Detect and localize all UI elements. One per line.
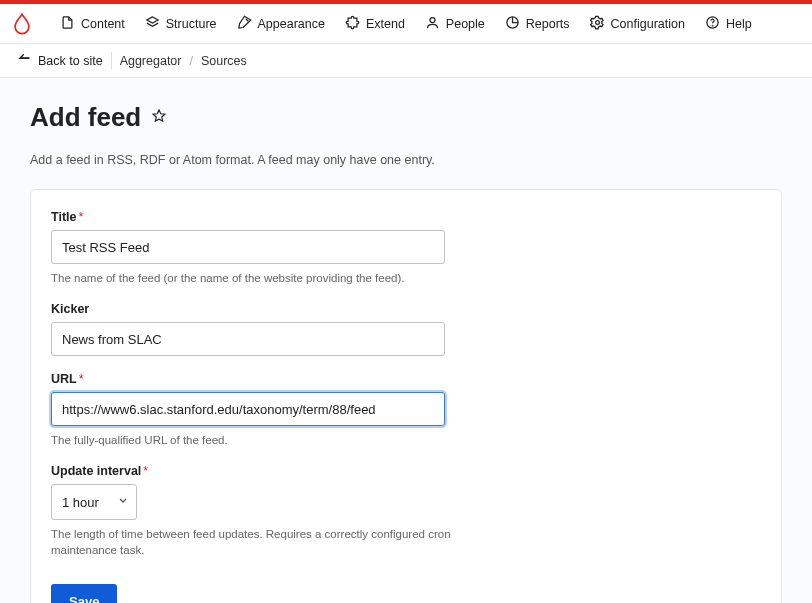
secondary-toolbar: Back to site Aggregator / Sources <box>0 44 812 78</box>
toolbar-label: Extend <box>366 17 405 31</box>
admin-toolbar: Content Structure Appearance Extend Peop… <box>0 4 812 44</box>
favorite-star-icon[interactable] <box>151 108 167 127</box>
breadcrumb-aggregator[interactable]: Aggregator <box>120 54 182 68</box>
url-help: The fully-qualified URL of the feed. <box>51 432 471 448</box>
back-label: Back to site <box>38 54 103 68</box>
drupal-logo-icon[interactable] <box>10 12 34 36</box>
save-button[interactable]: Save <box>51 584 117 603</box>
toolbar-label: Content <box>81 17 125 31</box>
pen-icon <box>237 15 252 33</box>
layers-icon <box>145 15 160 33</box>
interval-label: Update interval <box>51 464 761 478</box>
chart-icon <box>505 15 520 33</box>
user-icon <box>425 15 440 33</box>
page-content: Add feed Add a feed in RSS, RDF or Atom … <box>0 78 812 603</box>
interval-select[interactable]: 1 hour <box>51 484 137 520</box>
puzzle-icon <box>345 15 360 33</box>
url-label: URL <box>51 372 761 386</box>
svg-point-4 <box>712 25 713 26</box>
interval-help: The length of time between feed updates.… <box>51 526 471 558</box>
kicker-input[interactable] <box>51 322 445 356</box>
back-to-site-link[interactable]: Back to site <box>18 52 112 69</box>
page-description: Add a feed in RSS, RDF or Atom format. A… <box>30 153 782 167</box>
breadcrumb-sources[interactable]: Sources <box>201 54 247 68</box>
toolbar-item-appearance[interactable]: Appearance <box>227 4 335 44</box>
toolbar-item-people[interactable]: People <box>415 4 495 44</box>
url-input[interactable] <box>51 392 445 426</box>
toolbar-item-structure[interactable]: Structure <box>135 4 227 44</box>
toolbar-item-extend[interactable]: Extend <box>335 4 415 44</box>
toolbar-label: People <box>446 17 485 31</box>
title-input[interactable] <box>51 230 445 264</box>
toolbar-label: Configuration <box>611 17 685 31</box>
interval-value: 1 hour <box>62 495 99 510</box>
svg-point-0 <box>430 17 435 22</box>
file-icon <box>60 15 75 33</box>
gear-icon <box>590 15 605 33</box>
feed-form: Title The name of the feed (or the name … <box>30 189 782 603</box>
back-arrow-icon <box>18 52 32 69</box>
toolbar-label: Reports <box>526 17 570 31</box>
title-help: The name of the feed (or the name of the… <box>51 270 471 286</box>
toolbar-item-content[interactable]: Content <box>50 4 135 44</box>
toolbar-item-help[interactable]: Help <box>695 4 762 44</box>
toolbar-item-reports[interactable]: Reports <box>495 4 580 44</box>
title-label: Title <box>51 210 761 224</box>
breadcrumb-separator: / <box>189 54 192 68</box>
toolbar-item-configuration[interactable]: Configuration <box>580 4 695 44</box>
kicker-label: Kicker <box>51 302 761 316</box>
toolbar-label: Appearance <box>258 17 325 31</box>
toolbar-label: Structure <box>166 17 217 31</box>
toolbar-label: Help <box>726 17 752 31</box>
help-icon <box>705 15 720 33</box>
page-title: Add feed <box>30 102 141 133</box>
svg-point-2 <box>595 20 599 24</box>
